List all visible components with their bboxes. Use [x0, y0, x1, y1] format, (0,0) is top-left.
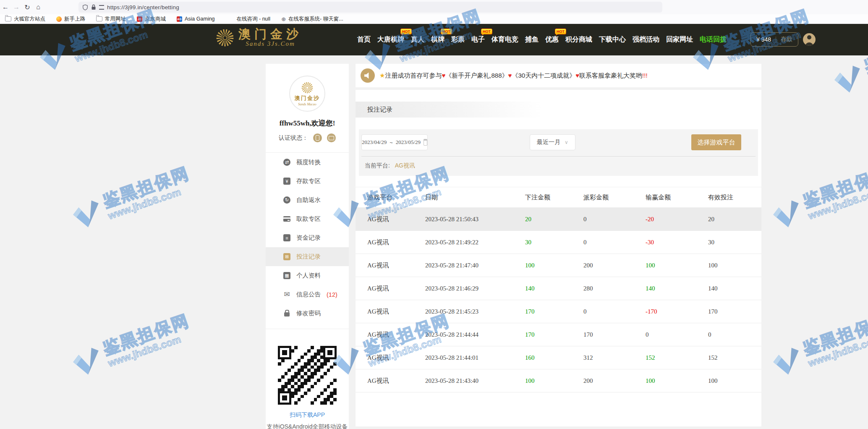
home-button[interactable]: ⌂ [33, 3, 44, 11]
sidebar-item-额度转换[interactable]: ⇄额度转换 [266, 153, 349, 172]
calendar-icon [424, 139, 427, 146]
sidebar-item-自助返水[interactable]: ↻自助返水 [266, 191, 349, 209]
cell-platform: AG视讯 [367, 331, 425, 339]
sidebar-item-label: 信息公告 [296, 290, 321, 298]
user-avatar[interactable] [803, 33, 816, 46]
qr-section: 扫码下载APP 支持iOS&Android全部移动设备 [266, 329, 349, 429]
sidebar-item-资金记录[interactable]: ≡资金记录 [266, 228, 349, 247]
announcement-text: ★注册成功首存可参与♥《新手开户豪礼,888》♥《30天内十二项成就》♥联系客服… [379, 72, 648, 80]
bookmark-item[interactable]: JD京东商城 [137, 16, 166, 23]
browser-window: ← → ↻ ⌂ https://3j99.in/center/betting 火… [0, 0, 868, 429]
bookmark-item[interactable]: AGAsia Gaming [177, 16, 215, 22]
cell-valid: 0 [708, 331, 761, 338]
sidebar-item-取款专区[interactable]: 取款专区 [266, 209, 349, 228]
sidebar-item-label: 自助返水 [296, 196, 321, 204]
sidebar-item-label: 个人资料 [296, 272, 321, 280]
select-platform-button[interactable]: 选择游戏平台 [691, 134, 741, 150]
nav-item-下载中心[interactable]: 下载中心 [599, 35, 626, 44]
lock-icon[interactable] [91, 4, 96, 10]
deposit-button[interactable]: 存款 [781, 36, 792, 43]
nav-item-首页[interactable]: 首页 [357, 35, 371, 44]
qr-code [278, 346, 337, 405]
watermark-title: 鉴黑担保网 [800, 311, 868, 358]
cell-valid: 20 [708, 216, 761, 223]
shield-icon[interactable] [82, 4, 88, 10]
nav-item-优惠[interactable]: 优惠HOT [545, 35, 559, 44]
nav-item-电话回拨[interactable]: 电话回拨 [700, 35, 727, 44]
site-logo[interactable]: 澳门金沙 Sands 3Js.Com [215, 28, 302, 47]
bookmark-item[interactable]: 在线咨询 - null [237, 16, 271, 23]
column-header: 输赢金额 [646, 194, 708, 201]
hot-badge: HOT [481, 29, 492, 34]
date-to: 2023/05/29 [396, 139, 421, 146]
site-header: 澳门金沙 Sands 3Js.Com 首页大唐棋牌HOT真人棋牌HOT彩票电子H… [0, 24, 868, 55]
balance-box[interactable]: ¥ 948 存款 [750, 32, 798, 47]
nav-item-真人[interactable]: 真人 [411, 35, 424, 44]
sidebar-item-label: 资金记录 [296, 234, 321, 242]
watermark-check-icon [68, 342, 106, 380]
bookmark-item[interactable]: 常用网址 [96, 16, 126, 23]
logo-title: 澳门金沙 [238, 28, 302, 40]
sidebar-item-信息公告[interactable]: ✉信息公告(12) [266, 285, 349, 304]
cell-winloss: 100 [646, 377, 708, 385]
announcement-segment: 注册成功首存可参与 [385, 72, 442, 79]
announcement-segment: 《新手开户豪礼,888》 [445, 72, 508, 79]
sidebar-item-label: 投注记录 [296, 253, 321, 261]
watermark-title: 鉴黑担保网 [100, 311, 192, 358]
sun-logo-icon [215, 28, 235, 47]
nav-item-彩票[interactable]: 彩票 [451, 35, 465, 44]
qr-caption[interactable]: 扫码下载APP [266, 411, 349, 419]
main-nav: 首页大唐棋牌HOT真人棋牌HOT彩票电子HOT体育电竞捕鱼优惠HOT积分商城下载… [357, 24, 727, 55]
back-button[interactable]: ← [0, 3, 11, 11]
reload-button[interactable]: ↻ [22, 3, 33, 11]
logo-subtitle: Sands 3Js.Com [246, 40, 295, 47]
phone-verified-icon[interactable] [313, 133, 322, 142]
nav-item-积分商城[interactable]: 积分商城 [565, 35, 592, 44]
sidebar-item-label: 修改密码 [296, 309, 321, 317]
cell-valid: 100 [708, 377, 761, 385]
nav-item-棋牌[interactable]: 棋牌HOT [431, 35, 444, 44]
nav-item-电子[interactable]: 电子HOT [471, 35, 485, 44]
bookmarks-bar: 火狐官方站点新手上路常用网址JD京东商城AGAsia Gaming在线咨询 - … [0, 14, 868, 24]
cell-platform: AG视讯 [367, 238, 425, 246]
cell-winloss: 0 [646, 331, 708, 338]
nav-item-大唐棋牌[interactable]: 大唐棋牌HOT [377, 35, 404, 44]
url-text: https://3j99.in/center/betting [107, 4, 179, 10]
announcement-segment: ★ [379, 72, 385, 79]
sidebar-item-修改密码[interactable]: 修改密码 [266, 304, 349, 323]
bookmark-item[interactable]: 火狐官方站点 [5, 16, 45, 23]
bookmark-label: 常用网址 [105, 16, 126, 23]
date-separator: ~ [390, 139, 393, 146]
range-select[interactable]: 最近一月 ∨ [530, 134, 575, 150]
range-select-value: 最近一月 [537, 139, 560, 146]
column-header: 有效投注 [708, 194, 761, 201]
nav-item-捕鱼[interactable]: 捕鱼 [525, 35, 539, 44]
cell-valid: 140 [708, 285, 761, 292]
main-content: ★注册成功首存可参与♥《新手开户豪礼,888》♥《30天内十二项成就》♥联系客服… [356, 64, 761, 426]
date-range-input[interactable]: 2023/04/29 ~ 2023/05/29 [361, 134, 428, 150]
sidebar-item-个人资料[interactable]: ▦个人资料 [266, 266, 349, 285]
cell-payout: 200 [583, 377, 646, 385]
forward-button[interactable]: → [11, 3, 22, 11]
withdraw-icon [283, 215, 290, 222]
sidebar-item-存款专区[interactable]: ¥存款专区 [266, 172, 349, 191]
permissions-icon[interactable] [99, 5, 104, 10]
cell-valid: 170 [708, 308, 761, 315]
cell-winloss: -30 [646, 239, 708, 246]
watermark-url: www.jhdb8.com [807, 329, 868, 369]
bookmark-item[interactable]: 新手上路 [56, 16, 85, 23]
cell-platform: AG视讯 [367, 377, 425, 385]
nav-item-强档活动[interactable]: 强档活动 [633, 35, 659, 44]
bookmark-item[interactable]: ⊕在线客服系统- 聊天窗... [281, 16, 343, 23]
cell-payout: 0 [583, 239, 646, 246]
cell-payout: 0 [583, 308, 646, 315]
sidebar-item-投注记录[interactable]: ⊞投注记录 [266, 247, 349, 266]
nav-item-体育电竞[interactable]: 体育电竞 [492, 35, 518, 44]
transfer-icon: ⇄ [283, 159, 290, 166]
auth-status: 认证状态： [266, 133, 349, 142]
nav-item-回家网址[interactable]: 回家网址 [666, 35, 693, 44]
card-verified-icon[interactable] [327, 133, 336, 142]
welcome-text: ffhw55wh,欢迎您! [266, 118, 349, 128]
address-bar[interactable]: https://3j99.in/center/betting [78, 2, 662, 13]
watermark: 鉴黑担保网www.jhdb8.com [68, 311, 196, 380]
